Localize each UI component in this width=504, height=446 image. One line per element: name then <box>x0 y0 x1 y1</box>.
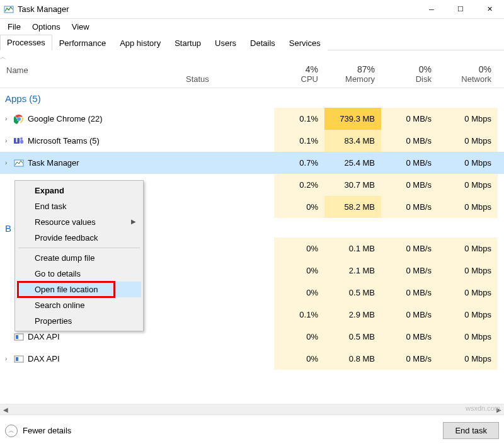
network-cell: 0 Mbps <box>438 196 498 218</box>
tab-details[interactable]: Details <box>243 35 282 50</box>
horizontal-scrollbar[interactable]: ◀ ▶ <box>0 404 504 415</box>
svg-text:T: T <box>14 136 20 144</box>
memory-cell: 0.8 MB <box>324 348 381 370</box>
context-menu-resource-values[interactable]: Resource values▶ <box>17 214 141 230</box>
cpu-percent: 4% <box>280 64 318 74</box>
menu-options[interactable]: Options <box>27 20 66 33</box>
cpu-cell: 0.1% <box>274 304 324 326</box>
cpu-cell: 0% <box>274 348 324 370</box>
cpu-cell: 0% <box>274 260 324 282</box>
tab-performance[interactable]: Performance <box>52 35 113 50</box>
close-button[interactable]: ✕ <box>475 0 504 19</box>
expand-icon[interactable]: › <box>5 159 10 166</box>
table-row[interactable]: ›TMicrosoft Teams (5)0.1%83.4 MB0 MB/s0 … <box>0 130 504 152</box>
disk-cell: 0 MB/s <box>381 282 438 304</box>
table-row[interactable]: ›DAX API0%0.8 MB0 MB/s0 Mbps <box>0 348 504 370</box>
context-menu-separator <box>18 248 140 248</box>
process-name-cell: ›Task Manager <box>0 158 180 168</box>
context-menu-create-dump-file[interactable]: Create dump file <box>17 250 141 266</box>
tab-processes[interactable]: Processes <box>0 35 52 50</box>
cpu-cell: 0.7% <box>274 152 324 174</box>
menu-view[interactable]: View <box>67 20 94 33</box>
footer: ︿ Fewer details End task <box>0 415 504 446</box>
expand-icon[interactable]: › <box>5 115 10 122</box>
svg-rect-12 <box>16 335 18 339</box>
tab-services[interactable]: Services <box>282 35 328 50</box>
network-cell: 0 Mbps <box>438 326 498 348</box>
window-title: Task Manager <box>18 4 69 14</box>
cpu-cell: 0.2% <box>274 174 324 196</box>
header-memory[interactable]: 87% Memory <box>324 60 381 88</box>
disk-cell: 0 MB/s <box>381 348 438 370</box>
header-status[interactable]: Status <box>180 71 274 88</box>
memory-cell: 30.7 MB <box>324 174 381 196</box>
context-menu-provide-feedback[interactable]: Provide feedback <box>17 230 141 246</box>
context-menu-search-online[interactable]: Search online <box>17 297 141 313</box>
disk-cell: 0 MB/s <box>381 326 438 348</box>
expand-icon[interactable]: › <box>5 137 10 144</box>
network-cell: 0 Mbps <box>438 130 498 152</box>
sort-indicator-icon: ︿ <box>0 50 6 62</box>
group-apps[interactable]: Apps (5) <box>0 88 504 108</box>
menu-file[interactable]: File <box>3 20 26 33</box>
svg-rect-14 <box>16 357 18 361</box>
submenu-indicator-icon: ▶ <box>131 218 136 225</box>
process-name: DAX API <box>28 354 60 363</box>
network-cell: 0 Mbps <box>438 304 498 326</box>
maximize-button[interactable]: ☐ <box>446 0 475 19</box>
context-menu-end-task[interactable]: End task <box>17 198 141 214</box>
memory-cell: 58.2 MB <box>324 196 381 218</box>
expand-icon[interactable]: › <box>5 355 10 362</box>
context-menu-expand[interactable]: Expand <box>17 183 141 198</box>
memory-cell: 739.3 MB <box>324 108 381 130</box>
chevron-up-icon: ︿ <box>5 425 18 437</box>
memory-cell: 0.5 MB <box>324 326 381 348</box>
header-network[interactable]: 0% Network <box>438 60 498 88</box>
tab-bar: Processes Performance App history Startu… <box>0 34 504 50</box>
cpu-cell: 0% <box>274 237 324 260</box>
dax-icon <box>14 354 24 364</box>
context-menu-open-file-location[interactable]: Open file location <box>17 282 141 297</box>
scroll-left-icon[interactable]: ◀ <box>0 406 11 413</box>
tab-users[interactable]: Users <box>208 35 243 50</box>
svg-point-4 <box>18 118 20 120</box>
context-menu-properties[interactable]: Properties <box>17 313 141 329</box>
process-name: Microsoft Teams (5) <box>28 136 100 146</box>
network-cell: 0 Mbps <box>438 108 498 130</box>
process-name: DAX API <box>28 332 60 341</box>
end-task-button[interactable]: End task <box>443 422 499 439</box>
table-row[interactable]: ›Google Chrome (22)0.1%739.3 MB0 MB/s0 M… <box>0 108 504 130</box>
memory-cell: 2.9 MB <box>324 304 381 326</box>
tm-icon <box>14 158 24 168</box>
memory-cell: 0.5 MB <box>324 282 381 304</box>
memory-cell: 83.4 MB <box>324 130 381 152</box>
teams-icon: T <box>14 136 24 146</box>
tab-startup[interactable]: Startup <box>168 35 208 50</box>
disk-cell: 0 MB/s <box>381 196 438 218</box>
process-name-cell: DAX API <box>0 332 180 342</box>
cpu-cell: 0% <box>274 326 324 348</box>
network-percent: 0% <box>444 64 491 74</box>
disk-cell: 0 MB/s <box>381 304 438 326</box>
chrome-icon <box>14 114 24 124</box>
fewer-details-button[interactable]: ︿ Fewer details <box>5 425 71 437</box>
header-disk[interactable]: 0% Disk <box>381 60 438 88</box>
context-menu-go-to-details[interactable]: Go to details <box>17 266 141 282</box>
network-cell: 0 Mbps <box>438 348 498 370</box>
column-headers: ︿ Name Status 4% CPU 87% Memory 0% Disk … <box>0 50 504 88</box>
tab-app-history[interactable]: App history <box>113 35 168 50</box>
memory-cell: 2.1 MB <box>324 260 381 282</box>
process-name-cell: ›Google Chrome (22) <box>0 114 180 124</box>
cpu-cell: 0.1% <box>274 108 324 130</box>
minimize-button[interactable]: ─ <box>417 0 446 19</box>
cpu-cell: 0% <box>274 282 324 304</box>
network-cell: 0 Mbps <box>438 152 498 174</box>
header-cpu[interactable]: 4% CPU <box>274 60 324 88</box>
watermark: wsxdn.com <box>466 404 500 412</box>
memory-cell: 25.4 MB <box>324 152 381 174</box>
table-row[interactable]: ›Task Manager0.7%25.4 MB0 MB/s0 Mbps <box>0 152 504 174</box>
disk-percent: 0% <box>387 64 432 74</box>
header-name[interactable]: Name <box>0 62 180 79</box>
titlebar: Task Manager ─ ☐ ✕ <box>0 0 504 19</box>
cpu-cell: 0% <box>274 196 324 218</box>
